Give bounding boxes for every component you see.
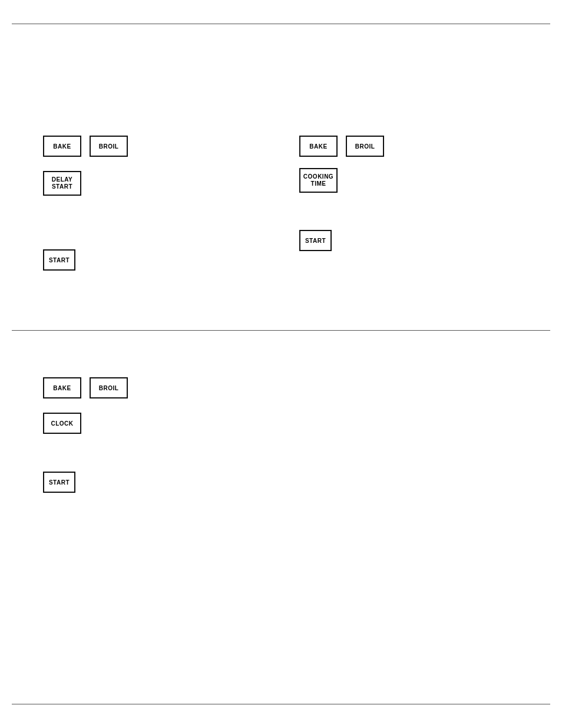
section2-clock-button[interactable]: CLOCK <box>43 413 81 434</box>
section1-left-bake-button[interactable]: BAKE <box>43 136 81 157</box>
page-container: BAKE BROIL DELAYSTART START BAKE BROIL C… <box>0 0 562 728</box>
section1-left-broil-button[interactable]: BROIL <box>90 136 128 157</box>
section1-right-cooking-time-button[interactable]: COOKINGTIME <box>299 168 338 193</box>
top-rule <box>12 24 550 24</box>
mid-rule <box>12 330 550 331</box>
section1-right-bake-button[interactable]: BAKE <box>299 136 338 157</box>
section2-bake-button[interactable]: BAKE <box>43 377 81 398</box>
section2-start-button[interactable]: START <box>43 472 75 493</box>
section1-left-delay-start-button[interactable]: DELAYSTART <box>43 171 81 196</box>
section1-left-start-button[interactable]: START <box>43 249 75 271</box>
section1-right-start-button[interactable]: START <box>299 230 332 251</box>
section1-right-broil-button[interactable]: BROIL <box>346 136 384 157</box>
bottom-rule <box>12 704 550 704</box>
section2-broil-button[interactable]: BROIL <box>90 377 128 398</box>
